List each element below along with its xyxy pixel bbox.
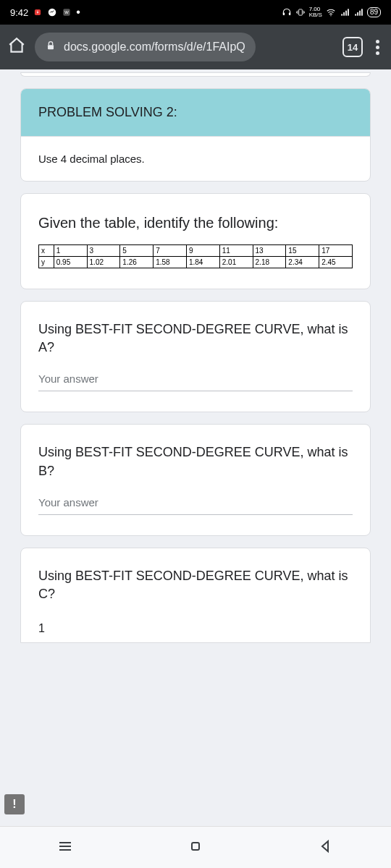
home-button[interactable]: [187, 838, 204, 858]
battery-indicator: 89: [367, 7, 381, 17]
svg-rect-9: [343, 12, 345, 16]
status-bar: 9:42 W • 7.00 KB/S 89: [0, 0, 391, 25]
svg-rect-8: [341, 14, 342, 15]
question-prompt: Using BEST-FIT SECOND-DEGREE CURVE, what…: [38, 567, 353, 603]
question-card-b: Using BEST-FIT SECOND-DEGREE CURVE, what…: [20, 424, 371, 535]
svg-rect-6: [298, 9, 302, 15]
previous-card-edge: [20, 72, 371, 77]
home-icon[interactable]: [7, 36, 26, 58]
browser-menu-icon[interactable]: [371, 35, 384, 59]
svg-rect-10: [345, 11, 347, 16]
svg-rect-14: [359, 11, 361, 16]
answer-input-b[interactable]: [38, 492, 353, 515]
svg-rect-13: [357, 12, 358, 16]
svg-rect-20: [192, 843, 199, 850]
more-indicator: •: [76, 6, 80, 19]
headphones-icon: [282, 7, 292, 17]
svg-rect-15: [361, 9, 363, 15]
svg-rect-11: [348, 9, 349, 15]
download-icon: [33, 7, 43, 17]
table-row: y 0.951.021.26 1.581.842.01 2.182.342.45: [39, 257, 353, 268]
svg-rect-5: [289, 13, 290, 15]
app-w-icon: W: [62, 7, 72, 17]
question-card-c: Using BEST-FIT SECOND-DEGREE CURVE, what…: [20, 548, 371, 643]
status-time: 9:42: [10, 7, 28, 18]
question-prompt: Using BEST-FIT SECOND-DEGREE CURVE, what…: [38, 443, 353, 480]
signal-icon-2: [353, 7, 363, 17]
section-card: PROBLEM SOLVING 2: Use 4 decimal places.: [20, 88, 371, 182]
section-title: PROBLEM SOLVING 2:: [21, 89, 370, 137]
signal-icon-1: [340, 7, 350, 17]
system-nav-bar: [0, 826, 391, 868]
form-scroll-area[interactable]: PROBLEM SOLVING 2: Use 4 decimal places.…: [0, 69, 391, 826]
question-prompt: Using BEST-FIT SECOND-DEGREE CURVE, what…: [38, 320, 353, 357]
alert-badge[interactable]: !: [4, 794, 25, 814]
lock-icon: [45, 40, 56, 54]
back-button[interactable]: [317, 838, 335, 858]
svg-rect-4: [282, 13, 284, 15]
svg-text:W: W: [65, 10, 70, 14]
answer-input-c[interactable]: 1: [38, 615, 353, 635]
svg-rect-12: [355, 14, 356, 15]
net-speed: 7.00 KB/S: [309, 7, 322, 18]
url-text: docs.google.com/forms/d/e/1FAIpQ: [64, 41, 245, 54]
question-card-a: Using BEST-FIT SECOND-DEGREE CURVE, what…: [20, 301, 371, 412]
section-description: Use 4 decimal places.: [21, 137, 370, 181]
url-bar[interactable]: docs.google.com/forms/d/e/1FAIpQ: [35, 33, 256, 61]
vibrate-icon: [295, 7, 306, 17]
wifi-icon: [326, 7, 336, 17]
data-table: x 135 7911 131517 y 0.951.021.26 1.581.8…: [38, 244, 353, 268]
intro-card: Given the table, identify the following:…: [20, 193, 371, 289]
svg-rect-16: [48, 45, 54, 49]
intro-text: Given the table, identify the following:: [38, 213, 353, 233]
answer-input-a[interactable]: [38, 368, 353, 391]
browser-toolbar: docs.google.com/forms/d/e/1FAIpQ 14: [0, 25, 391, 69]
table-row: x 135 7911 131517: [39, 245, 353, 257]
tab-count[interactable]: 14: [342, 37, 363, 57]
recents-button[interactable]: [56, 838, 74, 858]
messenger-icon: [47, 7, 57, 17]
svg-point-7: [330, 15, 331, 16]
